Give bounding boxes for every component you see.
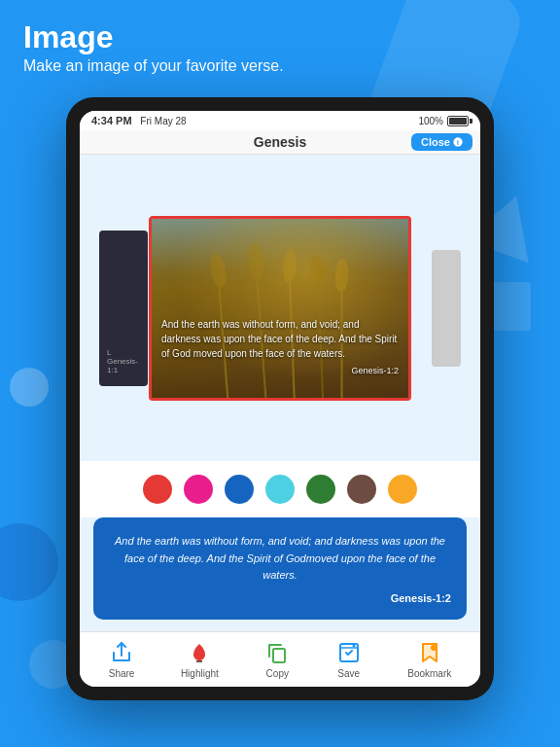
page-title: Image <box>23 19 284 55</box>
save-label: Save <box>337 668 360 679</box>
ipad-screen: 4:34 PM Fri May 28 100% Genesis Close i <box>80 111 480 687</box>
svg-point-16 <box>352 645 355 648</box>
color-blue[interactable] <box>225 475 254 504</box>
color-green[interactable] <box>306 475 335 504</box>
side-thumbnail-right[interactable] <box>432 250 461 367</box>
close-button[interactable]: Close i <box>411 133 472 151</box>
svg-point-10 <box>308 254 328 286</box>
svg-point-8 <box>281 248 298 283</box>
bookmark-icon <box>417 640 442 665</box>
preview-card: And the earth was without form, and void… <box>93 517 467 620</box>
preview-verse-text: And the earth was without form, and void… <box>109 533 451 585</box>
bottom-toolbar: Share Highlight <box>80 631 480 687</box>
copy-button[interactable]: Copy <box>264 640 290 679</box>
nav-title: Genesis <box>254 134 306 150</box>
highlight-icon <box>187 640 212 665</box>
ipad-device: 4:34 PM Fri May 28 100% Genesis Close i <box>66 97 494 700</box>
color-cyan[interactable] <box>265 475 295 504</box>
copy-icon <box>264 640 290 665</box>
nav-bar: Genesis Close i <box>80 130 480 155</box>
svg-point-4 <box>208 252 229 288</box>
color-orange[interactable] <box>388 475 417 504</box>
page-subtitle: Make an image of your favorite verse. <box>23 57 284 75</box>
image-scroll-area: LGenesis-1:1 <box>80 155 480 461</box>
side-thumbnail-left[interactable]: LGenesis-1:1 <box>99 231 148 386</box>
hex-pattern <box>93 517 436 522</box>
bg-decoration-3 <box>10 368 49 407</box>
status-time: 4:34 PM <box>91 115 132 126</box>
image-verse-ref: Genesis-1:2 <box>161 365 399 378</box>
battery-icon <box>447 116 469 126</box>
bg-decoration-2 <box>0 523 58 601</box>
highlight-label: Highlight <box>181 668 219 679</box>
color-red[interactable] <box>143 475 172 504</box>
bookmark-button[interactable]: Bookmark <box>407 640 451 679</box>
svg-text:i: i <box>457 139 459 146</box>
status-right: 100% <box>418 116 469 126</box>
svg-point-12 <box>334 258 350 293</box>
color-brown[interactable] <box>347 475 376 504</box>
highlight-button[interactable]: Highlight <box>181 640 219 679</box>
save-icon <box>336 640 362 665</box>
header: Image Make an image of your favorite ver… <box>23 19 284 75</box>
status-bar: 4:34 PM Fri May 28 100% <box>80 111 480 130</box>
save-button[interactable]: Save <box>336 640 362 679</box>
battery-percent: 100% <box>418 116 443 126</box>
color-picker <box>80 461 480 517</box>
image-verse-text: And the earth was without form, and void… <box>161 317 399 378</box>
copy-label: Copy <box>266 668 289 679</box>
color-pink[interactable] <box>184 475 213 504</box>
share-button[interactable]: Share <box>109 640 135 679</box>
svg-point-17 <box>431 645 437 651</box>
bookmark-label: Bookmark <box>407 668 451 679</box>
share-icon <box>109 640 134 665</box>
bg-rect <box>492 282 531 331</box>
info-icon: i <box>453 137 463 147</box>
share-label: Share <box>109 668 135 679</box>
svg-rect-14 <box>273 649 285 662</box>
main-image-container[interactable]: And the earth was without form, and void… <box>149 216 411 401</box>
status-date: Fri May 28 <box>140 116 186 126</box>
svg-point-6 <box>247 241 265 280</box>
preview-verse-ref: Genesis-1:2 <box>109 592 451 604</box>
content-area: LGenesis-1:1 <box>80 155 480 631</box>
